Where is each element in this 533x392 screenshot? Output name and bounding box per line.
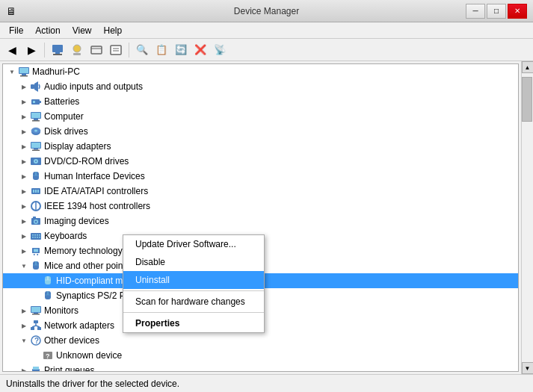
audio-toggle[interactable]: ▶: [18, 81, 30, 93]
tree-item-hid[interactable]: ▶ Human Interface Devices: [3, 169, 518, 184]
other-toggle[interactable]: ▼: [18, 335, 30, 346]
toolbar-properties[interactable]: 📋: [152, 41, 170, 59]
tree-item-other[interactable]: ▼ ? Other devices: [3, 333, 518, 348]
ctx-update-driver[interactable]: Update Driver Software...: [123, 235, 264, 253]
ctx-separator2: [123, 312, 264, 313]
svg-rect-48: [34, 234, 36, 236]
toolbar-hardware[interactable]: 📡: [211, 41, 229, 59]
svg-rect-5: [91, 46, 102, 54]
tree-item-unknown[interactable]: ▶ ? Unknown device: [3, 348, 518, 363]
svg-rect-20: [34, 119, 38, 120]
hid-mouse-icon: [42, 275, 54, 287]
keyboards-toggle[interactable]: ▶: [18, 230, 30, 242]
svg-rect-52: [34, 237, 36, 238]
monitors-toggle[interactable]: ▶: [18, 305, 30, 317]
tree-item-imaging[interactable]: ▶ Imaging devices: [3, 214, 518, 228]
mice-toggle[interactable]: ▼: [18, 260, 30, 272]
ctx-disable[interactable]: Disable: [123, 253, 264, 271]
scrollbar-thumb[interactable]: [522, 77, 532, 122]
imaging-icon: [30, 215, 42, 227]
svg-rect-69: [31, 307, 40, 312]
svg-rect-57: [37, 254, 39, 255]
ieee-toggle[interactable]: ▶: [18, 200, 30, 212]
tree-item-dvd[interactable]: ▶ DVD/CD-ROM drives: [3, 154, 518, 169]
ide-toggle[interactable]: ▶: [18, 185, 30, 197]
scrollbar-thumb-area[interactable]: [522, 73, 533, 362]
tree-item-print[interactable]: ▶ Print queues: [3, 363, 518, 372]
scrollbar-up[interactable]: ▲: [522, 61, 534, 73]
svg-marker-15: [34, 81, 38, 92]
batteries-toggle[interactable]: ▶: [18, 96, 30, 108]
tree-item-ieee[interactable]: ▶ IEEE 1394 host controllers: [3, 199, 518, 214]
svg-line-76: [32, 326, 36, 327]
tree-item-batteries[interactable]: ▶ Batteries: [3, 94, 518, 109]
tree-item-display[interactable]: ▶ Display adapters: [3, 139, 518, 154]
print-label: Print queues: [44, 365, 94, 372]
toolbar-btn1[interactable]: [49, 41, 67, 59]
menu-view[interactable]: View: [67, 24, 98, 37]
menu-bar: File Action View Help: [0, 22, 533, 39]
svg-point-25: [34, 130, 37, 132]
print-toggle[interactable]: ▶: [18, 364, 30, 372]
memory-toggle[interactable]: ▶: [18, 245, 30, 257]
audio-icon: [30, 81, 42, 93]
toolbar-back[interactable]: ◀: [3, 41, 21, 59]
menu-file[interactable]: File: [3, 24, 29, 37]
tree-view[interactable]: ▼ Madhuri-PC ▶ Audio inputs and outputs …: [2, 63, 519, 372]
hid-toggle[interactable]: ▶: [18, 170, 30, 182]
menu-help[interactable]: Help: [98, 24, 129, 37]
disk-toggle[interactable]: ▶: [18, 125, 30, 137]
audio-label: Audio inputs and outputs: [44, 81, 143, 92]
keyboards-icon: [30, 230, 42, 242]
svg-rect-12: [20, 75, 28, 77]
svg-rect-37: [33, 190, 34, 193]
display-toggle[interactable]: ▶: [18, 140, 30, 152]
svg-rect-21: [32, 120, 40, 122]
svg-rect-47: [32, 234, 34, 236]
disk-label: Disk drives: [44, 126, 88, 137]
svg-rect-54: [39, 237, 40, 238]
svg-rect-56: [34, 254, 35, 255]
context-menu: Update Driver Software... Disable Uninst…: [123, 234, 265, 333]
tree-root[interactable]: ▼ Madhuri-PC: [3, 64, 518, 79]
toolbar-btn3[interactable]: [87, 41, 105, 59]
svg-point-3: [73, 45, 81, 52]
close-button[interactable]: ✕: [508, 4, 527, 19]
display-icon: [30, 140, 42, 152]
toolbar-forward[interactable]: ▶: [22, 41, 40, 59]
tree-item-computer[interactable]: ▶ Computer: [3, 109, 518, 124]
root-toggle[interactable]: ▼: [6, 66, 18, 78]
ctx-properties[interactable]: Properties: [123, 314, 264, 332]
svg-rect-29: [32, 150, 40, 152]
unknown-icon: ?: [42, 349, 54, 361]
dvd-toggle[interactable]: ▶: [18, 155, 30, 167]
scrollbar-down[interactable]: ▼: [522, 362, 534, 374]
scrollbar[interactable]: ▲ ▼: [521, 61, 533, 374]
tree-item-audio[interactable]: ▶ Audio inputs and outputs: [3, 79, 518, 94]
main-area: ▼ Madhuri-PC ▶ Audio inputs and outputs …: [0, 61, 533, 374]
svg-rect-46: [31, 233, 41, 240]
toolbar-sep1: [44, 43, 45, 57]
tree-item-ide[interactable]: ▶ IDE ATA/ATAPI controllers: [3, 184, 518, 199]
toolbar-scan[interactable]: 🔍: [133, 41, 151, 59]
svg-rect-49: [37, 234, 38, 236]
computer-toggle[interactable]: ▶: [18, 111, 30, 122]
minimize-button[interactable]: ─: [466, 4, 485, 19]
ctx-uninstall[interactable]: Uninstall: [123, 271, 264, 289]
toolbar-btn2[interactable]: [68, 41, 86, 59]
svg-rect-63: [47, 276, 49, 280]
maximize-button[interactable]: □: [487, 4, 506, 19]
computer-icon: [18, 66, 30, 78]
svg-rect-51: [32, 237, 34, 238]
network-toggle[interactable]: ▶: [18, 320, 30, 332]
toolbar-uninstall[interactable]: ❌: [191, 41, 209, 59]
svg-rect-14: [31, 84, 34, 89]
tree-item-disk[interactable]: ▶ Disk drives: [3, 124, 518, 139]
menu-action[interactable]: Action: [29, 24, 66, 37]
window-title: Device Manager: [234, 6, 299, 16]
ctx-scan-hardware[interactable]: Scan for hardware changes: [123, 293, 264, 311]
imaging-toggle[interactable]: ▶: [18, 215, 30, 227]
monitors-label: Monitors: [44, 305, 78, 316]
toolbar-btn4[interactable]: [107, 41, 125, 59]
toolbar-update[interactable]: 🔄: [172, 41, 190, 59]
